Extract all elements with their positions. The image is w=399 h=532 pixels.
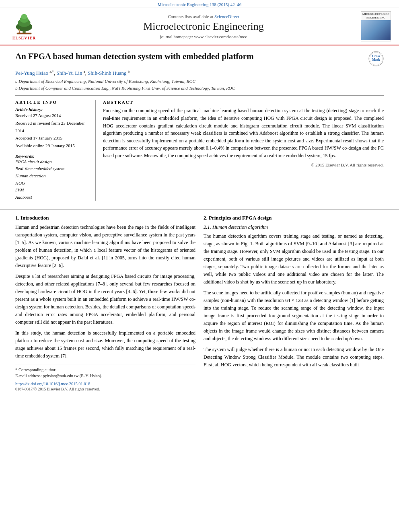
elsevier-logo: ELSEVIER — [8, 13, 40, 40]
affiliations: a Department of Electrical Engineering, … — [15, 78, 384, 91]
keywords-label: Keywords: — [15, 154, 90, 158]
right-column: 2. Principles and FPGA design 2.1. Human… — [204, 215, 384, 391]
journal-header: ELSEVIER Contents lists available at Sci… — [0, 8, 399, 45]
abstract-heading: ABSTRACT — [103, 100, 384, 105]
keyword-2: Real-time embedded system — [15, 165, 90, 173]
principles-para-2: The scene images need to be artificially… — [204, 289, 384, 343]
keyword-1: FPGA circuit design — [15, 158, 90, 166]
svg-point-5 — [21, 14, 27, 19]
abstract-text: Focusing on the computing speed of the p… — [103, 107, 384, 159]
sciencedirect-line: Contents lists available at ScienceDirec… — [168, 14, 239, 19]
keyword-5: SVM — [15, 187, 90, 194]
elsevier-tree-icon — [8, 13, 40, 35]
keyword-4: HOG — [15, 180, 90, 187]
intro-para-1: Human and pedestrian detection technolog… — [15, 224, 195, 269]
copyright-text: © 2015 Elsevier B.V. All rights reserved… — [103, 162, 384, 167]
paper-title-row: An FPGA based human detection system wit… — [15, 51, 384, 66]
left-column: 1. Introduction Human and pedestrian det… — [15, 215, 195, 391]
sciencedirect-link[interactable]: ScienceDirect — [214, 14, 239, 19]
svg-text:Mark: Mark — [372, 58, 380, 62]
article-info-abstract: ARTICLE INFO Article history: Received 2… — [15, 95, 384, 201]
rights-text: 0167-9317/© 2015 Elsevier B.V. All right… — [15, 387, 195, 391]
section-divider — [0, 210, 399, 210]
crossmark-icon[interactable]: Cross Mark — [368, 51, 384, 66]
cover-graphic — [361, 20, 391, 40]
history-label: Article history: — [15, 107, 90, 112]
history-section: Article history: Received 27 August 2014… — [15, 107, 90, 149]
paper-body: An FPGA based human detection system wit… — [0, 45, 399, 205]
intro-section-title: 1. Introduction — [15, 215, 195, 221]
journal-reference: Microelectronic Engineering 138 (2015) 4… — [0, 0, 399, 8]
subsection-2-1-title: 2.1. Human detection algorithm — [204, 224, 384, 230]
svg-rect-1 — [17, 33, 32, 34]
authors-line: Pei-Yung Hsiao a,*, Shih-Yu Lin a, Shih-… — [15, 70, 384, 76]
abstract-column: ABSTRACT Focusing on the computing speed… — [103, 100, 384, 201]
principles-section-title: 2. Principles and FPGA design — [204, 215, 384, 221]
footnote-section: * Corresponding author. E-mail address: … — [15, 364, 195, 392]
author-huang[interactable]: Shih-Shinh Huang — [88, 70, 126, 76]
keywords-section: Keywords: FPGA circuit design Real-time … — [15, 154, 90, 201]
author-huang-sup: b — [128, 70, 130, 74]
email-footnote: E-mail address: pyhsiao@nuk.edu.tw (P.-Y… — [15, 373, 195, 379]
affiliation-a: a Department of Electrical Engineering, … — [15, 78, 384, 85]
author-lin-sup: a — [84, 70, 85, 74]
journal-cover-section: MICROELECTRONIC ENGINEERING — [355, 11, 391, 41]
article-info-column: ARTICLE INFO Article history: Received 2… — [15, 100, 96, 201]
author-hsiao-sup: a,* — [49, 70, 54, 74]
doi-link[interactable]: http://dx.doi.org/10.1016/j.mee.2015.01.… — [15, 382, 90, 386]
journal-title: Microelectronic Engineering — [143, 21, 264, 33]
keyword-6: Adaboost — [15, 194, 90, 201]
main-content: 1. Introduction Human and pedestrian det… — [0, 215, 399, 391]
author-lin[interactable]: Shih-Yu Lin — [56, 70, 82, 76]
corresponding-author: * Corresponding author. — [15, 367, 195, 373]
paper-title: An FPGA based human detection system wit… — [15, 51, 364, 62]
intro-para-2: Despite a lot of researchers aiming at d… — [15, 273, 195, 326]
article-info-heading: ARTICLE INFO — [15, 100, 90, 105]
intro-para-3: In this study, the human detection is su… — [15, 329, 195, 360]
keyword-3: Human detection — [15, 173, 90, 180]
elsevier-brand-text: ELSEVIER — [12, 36, 36, 40]
journal-title-section: Contents lists available at ScienceDirec… — [56, 11, 351, 41]
affiliation-b: b Department of Computer and Communicati… — [15, 85, 384, 92]
journal-cover-image: MICROELECTRONIC ENGINEERING — [361, 11, 391, 41]
svg-text:Cross: Cross — [372, 54, 380, 58]
elsevier-logo-section: ELSEVIER — [8, 11, 52, 41]
svg-point-6 — [19, 29, 21, 31]
author-hsiao[interactable]: Pei-Yung Hsiao — [15, 70, 48, 76]
date-received: Received 27 August 2014 Received in revi… — [15, 112, 90, 149]
principles-para-3: The system will judge whether there is a… — [204, 346, 384, 369]
principles-para-1: The human detection algorithm covers tra… — [204, 232, 384, 286]
journal-homepage: journal homepage: www.elsevier.com/locat… — [160, 34, 247, 39]
